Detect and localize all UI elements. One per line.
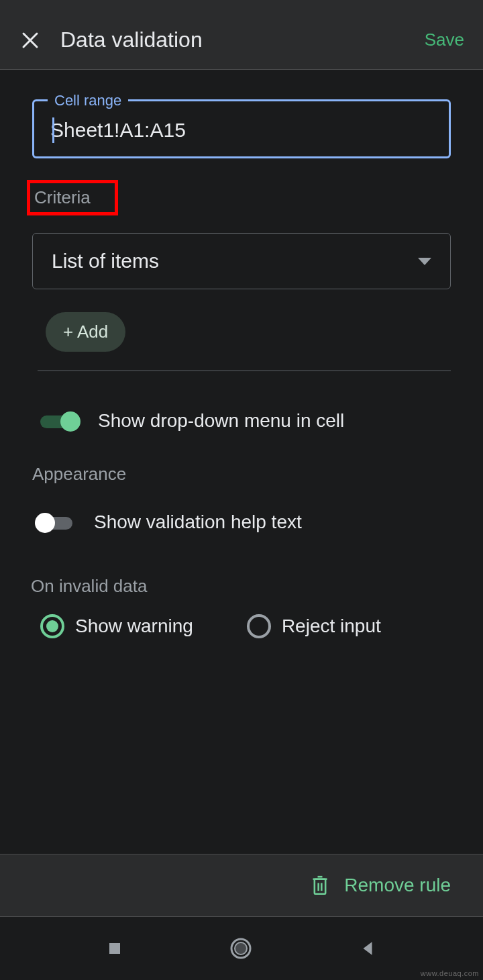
add-items-row: + Add — [38, 312, 451, 371]
help-text-row: Show validation help text — [32, 511, 451, 533]
close-icon[interactable] — [19, 29, 42, 52]
criteria-dropdown[interactable]: List of items — [32, 233, 451, 289]
footer-bar: Remove rule — [0, 854, 483, 917]
appearance-heading: Appearance — [32, 464, 451, 485]
criteria-label: Criteria — [34, 187, 91, 208]
page-title: Data validation — [60, 28, 425, 52]
remove-rule-button[interactable]: Remove rule — [344, 875, 451, 896]
criteria-highlight: Criteria — [27, 180, 118, 215]
nav-home-icon[interactable] — [229, 937, 252, 960]
radio-unselected-icon — [247, 614, 271, 638]
criteria-selected: List of items — [52, 250, 159, 273]
svg-point-9 — [235, 942, 247, 954]
add-item-button[interactable]: + Add — [46, 312, 125, 352]
svg-rect-2 — [315, 879, 325, 894]
radio-warning-label: Show warning — [75, 616, 193, 637]
cell-range-legend: Cell range — [48, 92, 128, 109]
show-dropdown-toggle[interactable] — [40, 411, 79, 430]
svg-rect-7 — [109, 943, 120, 954]
chevron-down-icon — [418, 258, 431, 265]
system-navbar — [0, 917, 483, 980]
show-dropdown-label: Show drop-down menu in cell — [98, 410, 344, 432]
cell-range-input[interactable] — [50, 119, 433, 142]
show-dropdown-row: Show drop-down menu in cell — [32, 410, 451, 432]
radio-show-warning[interactable]: Show warning — [40, 614, 193, 638]
invalid-data-heading: On invalid data — [31, 576, 451, 597]
cell-range-field[interactable]: Cell range — [32, 99, 451, 158]
invalid-data-options: Show warning Reject input — [32, 614, 451, 638]
help-text-label: Show validation help text — [94, 511, 302, 533]
radio-reject-input[interactable]: Reject input — [247, 614, 381, 638]
trash-icon[interactable] — [311, 874, 331, 897]
save-button[interactable]: Save — [425, 30, 464, 50]
radio-selected-icon — [40, 614, 64, 638]
watermark: www.deuaq.com — [421, 969, 479, 977]
nav-back-icon[interactable] — [359, 940, 376, 957]
header: Data validation Save — [0, 11, 483, 70]
text-caret — [52, 117, 54, 143]
content-area: Cell range Criteria List of items + Add … — [0, 70, 483, 854]
help-text-toggle[interactable] — [36, 513, 75, 532]
nav-recent-icon[interactable] — [107, 940, 123, 957]
status-bar — [0, 0, 483, 11]
radio-reject-label: Reject input — [282, 616, 381, 637]
